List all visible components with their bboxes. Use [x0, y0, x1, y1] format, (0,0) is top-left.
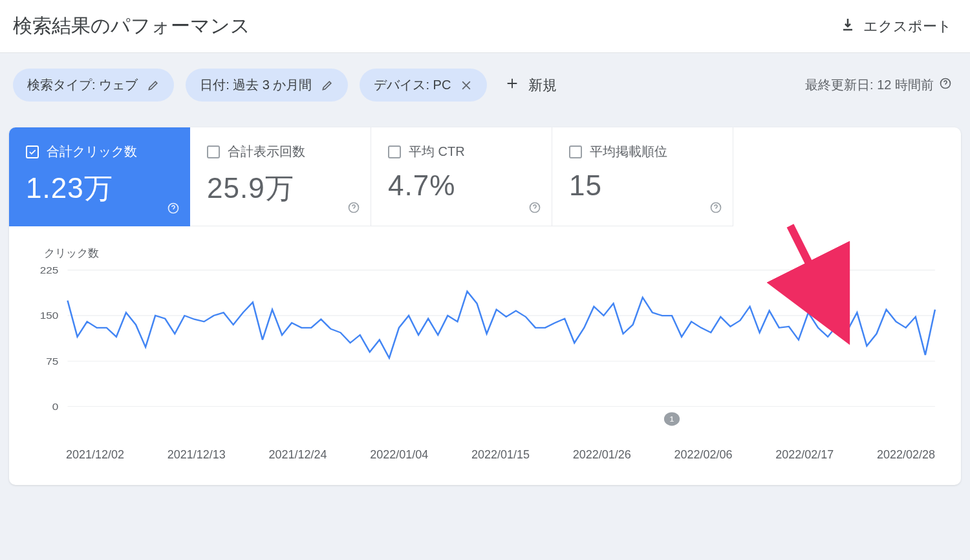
last-updated: 最終更新日: 12 時間前: [805, 76, 952, 94]
metric-avg-position[interactable]: 平均掲載順位 15: [552, 127, 733, 226]
close-icon: [460, 79, 473, 92]
checkbox-icon: [207, 145, 220, 158]
x-tick-label: 2021/12/13: [167, 448, 226, 462]
metric-value: 15: [569, 169, 716, 202]
checkbox-icon: [569, 145, 582, 158]
metric-value: 4.7%: [388, 169, 535, 202]
x-tick-label: 2022/02/17: [775, 448, 834, 462]
x-tick-label: 2022/02/28: [877, 448, 935, 462]
help-icon[interactable]: [167, 202, 180, 217]
metric-value: 1.23万: [26, 169, 173, 208]
svg-text:225: 225: [40, 264, 59, 275]
metric-total-impressions[interactable]: 合計表示回数 25.9万: [190, 127, 371, 226]
last-updated-label: 最終更新日: 12 時間前: [805, 76, 934, 94]
help-icon[interactable]: [528, 201, 541, 217]
chart-x-labels: 2021/12/022021/12/132021/12/242022/01/04…: [28, 448, 942, 462]
chart-container: クリック数 0751502251 2021/12/022021/12/13: [9, 226, 961, 485]
metric-label: 平均掲載順位: [590, 143, 667, 160]
metric-label: 合計クリック数: [47, 143, 137, 160]
pencil-icon: [321, 79, 334, 92]
filter-chip-search-type[interactable]: 検索タイプ: ウェブ: [13, 69, 174, 102]
filter-chip-device[interactable]: デバイス: PC: [360, 69, 487, 102]
metric-avg-ctr[interactable]: 平均 CTR 4.7%: [371, 127, 552, 226]
export-button[interactable]: エクスポート: [840, 17, 952, 36]
x-tick-label: 2021/12/02: [66, 448, 124, 462]
pencil-icon: [147, 79, 160, 92]
svg-text:150: 150: [40, 310, 59, 321]
metric-label: 合計表示回数: [228, 143, 305, 160]
page-title: 検索結果のパフォーマンス: [13, 13, 250, 39]
filter-chip-label: デバイス: PC: [374, 76, 451, 94]
performance-card: 合計クリック数 1.23万 合計表示回数 25.9万 平均 CTR 4.7%: [9, 127, 961, 485]
help-icon[interactable]: [939, 77, 952, 93]
download-icon: [840, 17, 856, 36]
svg-text:1: 1: [669, 415, 674, 424]
help-icon[interactable]: [709, 201, 722, 217]
export-label: エクスポート: [863, 17, 952, 36]
checkbox-icon: [26, 145, 39, 158]
filter-chip-label: 検索タイプ: ウェブ: [27, 76, 138, 94]
x-tick-label: 2022/01/26: [573, 448, 631, 462]
metric-label: 平均 CTR: [409, 143, 465, 160]
x-tick-label: 2022/01/04: [370, 448, 428, 462]
x-tick-label: 2022/01/15: [471, 448, 530, 462]
filter-chip-label: 日付: 過去 3 か月間: [200, 76, 312, 94]
x-tick-label: 2022/02/06: [674, 448, 732, 462]
chart-y-title: クリック数: [44, 246, 942, 261]
svg-text:75: 75: [46, 356, 58, 367]
filter-chip-date[interactable]: 日付: 過去 3 か月間: [186, 69, 348, 102]
x-tick-label: 2021/12/24: [268, 448, 327, 462]
metric-total-clicks[interactable]: 合計クリック数 1.23万: [9, 127, 190, 226]
plus-icon: [505, 76, 519, 94]
metric-value: 25.9万: [207, 169, 354, 208]
help-icon[interactable]: [347, 201, 360, 217]
checkbox-icon: [388, 145, 401, 158]
add-filter-button[interactable]: 新規: [499, 76, 557, 95]
chart-plot-area[interactable]: 0751502251: [28, 264, 942, 433]
svg-text:0: 0: [52, 401, 59, 412]
new-filter-label: 新規: [528, 76, 557, 95]
